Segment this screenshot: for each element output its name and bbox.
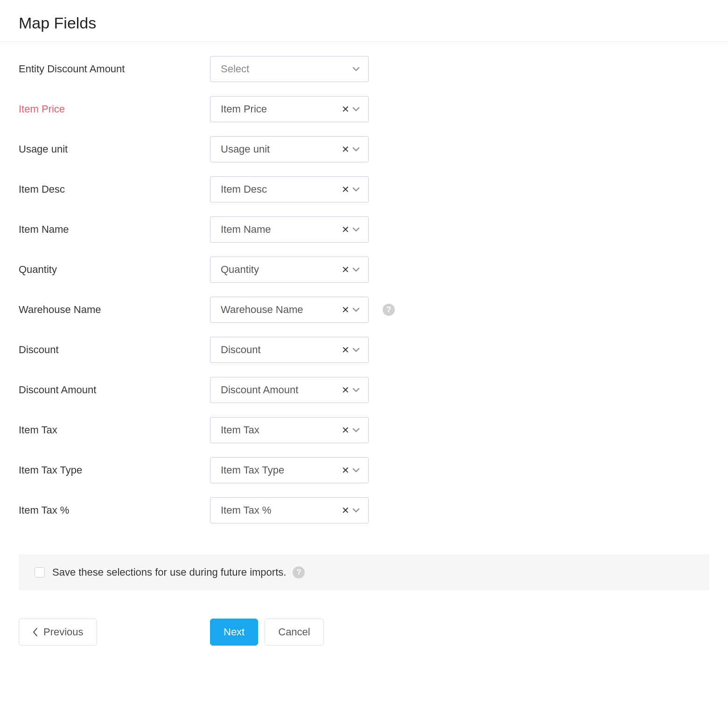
clear-icon[interactable]: ✕ xyxy=(342,466,350,475)
next-button-label: Next xyxy=(224,626,245,638)
field-select[interactable]: Discount Amount✕ xyxy=(210,377,369,403)
clear-icon[interactable]: ✕ xyxy=(342,145,350,154)
chevron-down-icon xyxy=(352,187,360,192)
save-selections-panel: Save these selections for use during fut… xyxy=(19,554,709,591)
field-select[interactable]: Item Tax Type✕ xyxy=(210,457,369,483)
field-row: DiscountDiscount✕ xyxy=(19,337,709,363)
field-select-wrapper: Warehouse Name✕ xyxy=(210,297,369,323)
previous-button-label: Previous xyxy=(43,626,84,638)
select-icons: ✕ xyxy=(342,185,360,194)
field-label: Item Price xyxy=(19,103,210,115)
clear-icon[interactable]: ✕ xyxy=(342,385,350,395)
field-select-value: Warehouse Name xyxy=(221,304,342,316)
select-icons: ✕ xyxy=(342,265,360,274)
chevron-down-icon xyxy=(352,267,360,272)
previous-button[interactable]: Previous xyxy=(19,619,97,646)
field-select-wrapper: Item Price✕ xyxy=(210,96,369,122)
field-select-wrapper: Discount Amount✕ xyxy=(210,377,369,403)
chevron-down-icon xyxy=(352,227,360,232)
page-header: Map Fields xyxy=(0,0,728,42)
field-label: Item Desc xyxy=(19,183,210,195)
field-select-value: Discount Amount xyxy=(221,384,342,396)
field-row: QuantityQuantity✕ xyxy=(19,257,709,283)
select-icons: ✕ xyxy=(342,145,360,154)
clear-icon[interactable]: ✕ xyxy=(342,104,350,114)
select-icons: ✕ xyxy=(342,425,360,435)
field-select-wrapper: Usage unit✕ xyxy=(210,136,369,162)
field-select[interactable]: Quantity✕ xyxy=(210,257,369,283)
field-select[interactable]: Select xyxy=(210,56,369,82)
field-select[interactable]: Item Name✕ xyxy=(210,216,369,243)
field-row: Warehouse NameWarehouse Name✕? xyxy=(19,297,709,323)
clear-icon[interactable]: ✕ xyxy=(342,425,350,435)
field-label: Item Tax Type xyxy=(19,464,210,476)
chevron-down-icon xyxy=(352,348,360,352)
chevron-down-icon xyxy=(352,508,360,513)
save-selections-label: Save these selections for use during fut… xyxy=(52,566,286,578)
field-select-value: Item Tax % xyxy=(221,504,342,516)
chevron-down-icon xyxy=(352,388,360,392)
field-select[interactable]: Item Tax✕ xyxy=(210,417,369,443)
help-icon[interactable]: ? xyxy=(293,566,305,578)
chevron-left-icon xyxy=(32,627,38,637)
clear-icon[interactable]: ✕ xyxy=(342,225,350,234)
chevron-down-icon xyxy=(352,307,360,312)
chevron-down-icon xyxy=(352,147,360,152)
field-select-wrapper: Item Name✕ xyxy=(210,216,369,243)
field-select-wrapper: Quantity✕ xyxy=(210,257,369,283)
select-icons xyxy=(352,67,360,71)
field-row: Item Tax TypeItem Tax Type✕ xyxy=(19,457,709,483)
field-label: Item Tax xyxy=(19,424,210,436)
field-label: Item Tax % xyxy=(19,504,210,516)
field-row: Item PriceItem Price✕ xyxy=(19,96,709,122)
footer-actions: Previous Next Cancel xyxy=(19,619,709,646)
select-icons: ✕ xyxy=(342,466,360,475)
field-select-value: Item Name xyxy=(221,223,342,236)
chevron-down-icon xyxy=(352,468,360,473)
field-select-value: Usage unit xyxy=(221,143,342,155)
field-label: Discount xyxy=(19,344,210,356)
field-label: Usage unit xyxy=(19,143,210,155)
field-select-wrapper: Discount✕ xyxy=(210,337,369,363)
select-icons: ✕ xyxy=(342,506,360,515)
field-select[interactable]: Warehouse Name✕ xyxy=(210,297,369,323)
cancel-button[interactable]: Cancel xyxy=(265,619,323,646)
field-row: Entity Discount AmountSelect xyxy=(19,56,709,82)
field-row: Item Tax %Item Tax %✕ xyxy=(19,497,709,523)
field-label: Quantity xyxy=(19,264,210,276)
field-select-value: Quantity xyxy=(221,264,342,276)
select-icons: ✕ xyxy=(342,104,360,114)
field-select[interactable]: Item Tax %✕ xyxy=(210,497,369,523)
page-title: Map Fields xyxy=(19,14,709,32)
clear-icon[interactable]: ✕ xyxy=(342,305,350,314)
field-label: Item Name xyxy=(19,223,210,236)
field-select-value: Select xyxy=(221,63,352,75)
chevron-down-icon xyxy=(352,107,360,111)
field-select[interactable]: Discount✕ xyxy=(210,337,369,363)
field-row: Usage unitUsage unit✕ xyxy=(19,136,709,162)
field-label: Entity Discount Amount xyxy=(19,63,210,75)
help-icon[interactable]: ? xyxy=(383,304,395,316)
field-select-wrapper: Select xyxy=(210,56,369,82)
clear-icon[interactable]: ✕ xyxy=(342,345,350,355)
clear-icon[interactable]: ✕ xyxy=(342,185,350,194)
next-button[interactable]: Next xyxy=(210,619,258,646)
field-select[interactable]: Item Desc✕ xyxy=(210,176,369,202)
field-select[interactable]: Item Price✕ xyxy=(210,96,369,122)
field-select[interactable]: Usage unit✕ xyxy=(210,136,369,162)
field-select-wrapper: Item Tax %✕ xyxy=(210,497,369,523)
clear-icon[interactable]: ✕ xyxy=(342,506,350,515)
field-select-wrapper: Item Tax Type✕ xyxy=(210,457,369,483)
field-select-wrapper: Item Tax✕ xyxy=(210,417,369,443)
clear-icon[interactable]: ✕ xyxy=(342,265,350,274)
field-row: Discount AmountDiscount Amount✕ xyxy=(19,377,709,403)
cancel-button-label: Cancel xyxy=(278,626,310,638)
chevron-down-icon xyxy=(352,428,360,432)
save-selections-checkbox[interactable] xyxy=(35,567,45,578)
field-select-value: Item Tax Type xyxy=(221,464,342,476)
select-icons: ✕ xyxy=(342,385,360,395)
select-icons: ✕ xyxy=(342,305,360,314)
field-select-value: Item Desc xyxy=(221,183,342,195)
field-label: Discount Amount xyxy=(19,384,210,396)
chevron-down-icon xyxy=(352,67,360,71)
